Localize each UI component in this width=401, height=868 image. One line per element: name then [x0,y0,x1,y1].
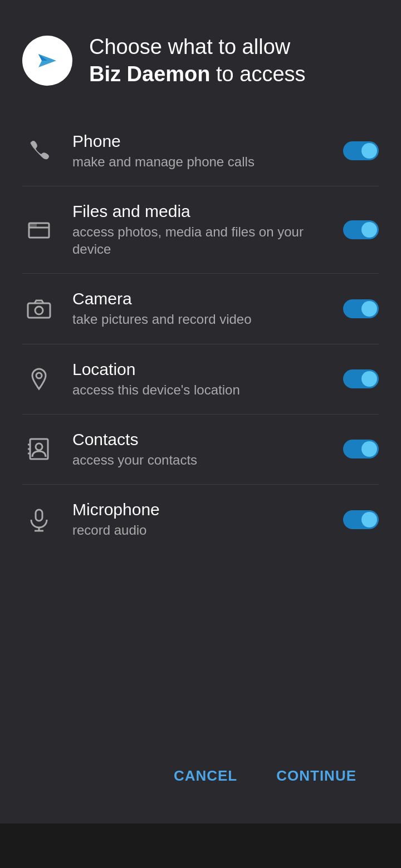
location-info: Location access this device's location [72,360,323,398]
location-toggle[interactable] [343,369,379,388]
microphone-info: Microphone record audio [72,500,323,539]
microphone-desc: record audio [72,521,323,539]
continue-button[interactable]: CONTINUE [260,756,373,796]
contacts-name: Contacts [72,430,323,449]
camera-toggle-container[interactable] [340,299,379,318]
files-icon [22,218,56,242]
permission-item-phone: Phone make and manage phone calls [22,116,379,186]
files-info: Files and media access photos, media and… [72,202,323,258]
phone-info: Phone make and manage phone calls [72,132,323,170]
svg-rect-5 [28,303,50,318]
phone-toggle[interactable] [343,141,379,160]
camera-info: Camera take pictures and record video [72,289,323,328]
phone-toggle-container[interactable] [340,141,379,160]
app-icon [22,36,72,86]
location-desc: access this device's location [72,381,323,398]
microphone-name: Microphone [72,500,323,519]
footer: CANCEL CONTINUE [22,745,379,812]
permission-item-location: Location access this device's location [22,344,379,414]
contacts-info: Contacts access your contacts [72,430,323,468]
camera-name: Camera [72,289,323,308]
svg-point-7 [36,373,42,378]
main-content: Choose what to allow Biz Daemon to acces… [0,0,401,823]
svg-rect-4 [29,223,37,228]
files-desc: access photos, media and files on your d… [72,223,323,258]
app-icon-svg [31,44,64,77]
files-name: Files and media [72,202,323,221]
microphone-icon [22,507,56,532]
header-app-name: Biz Daemon [89,62,210,86]
files-toggle[interactable] [343,220,379,239]
permission-item-contacts: Contacts access your contacts [22,415,379,484]
header-title-prefix: Choose what to allow [89,35,290,58]
permissions-list: Phone make and manage phone calls Files … [22,116,379,745]
svg-point-9 [36,443,42,450]
header-text: Choose what to allow Biz Daemon to acces… [89,33,306,88]
cancel-button[interactable]: CANCEL [157,756,254,796]
camera-toggle[interactable] [343,299,379,318]
permission-item-camera: Camera take pictures and record video [22,274,379,343]
phone-name: Phone [72,132,323,151]
location-name: Location [72,360,323,379]
location-toggle-container[interactable] [340,369,379,388]
files-toggle-container[interactable] [340,220,379,239]
camera-desc: take pictures and record video [72,310,323,328]
microphone-toggle-container[interactable] [340,510,379,529]
svg-point-6 [35,307,43,314]
camera-icon [22,297,56,321]
header-title-suffix: to access [216,62,306,86]
contacts-toggle[interactable] [343,440,379,458]
svg-rect-13 [36,510,42,521]
contacts-icon [22,437,56,461]
contacts-desc: access your contacts [72,451,323,468]
permission-item-microphone: Microphone record audio [22,485,379,554]
microphone-toggle[interactable] [343,510,379,529]
location-icon [22,367,56,391]
phone-desc: make and manage phone calls [72,153,323,170]
permission-item-files: Files and media access photos, media and… [22,186,379,273]
phone-icon [22,139,56,163]
contacts-toggle-container[interactable] [340,440,379,458]
header: Choose what to allow Biz Daemon to acces… [22,33,379,88]
bottom-bar [0,823,401,868]
